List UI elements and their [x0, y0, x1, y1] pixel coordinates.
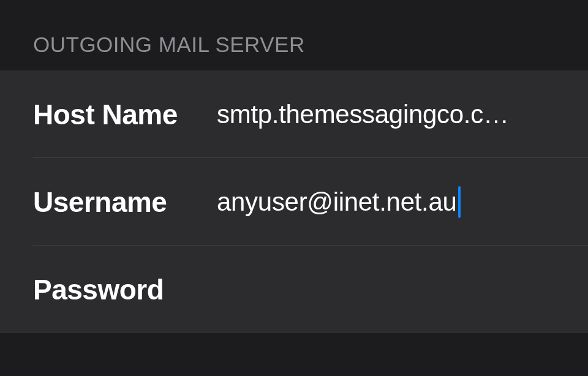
text-cursor [458, 186, 461, 218]
outgoing-mail-settings-group: Host Name Username anyuser@iinet.net.au … [0, 70, 588, 333]
password-label: Password [33, 273, 217, 306]
password-field[interactable] [217, 275, 555, 304]
password-row[interactable]: Password [0, 246, 588, 333]
username-label: Username [33, 186, 217, 219]
username-value: anyuser@iinet.net.au [217, 187, 457, 217]
host-name-field[interactable] [217, 100, 555, 129]
host-name-label: Host Name [33, 98, 217, 131]
section-header: Outgoing Mail Server [0, 0, 588, 70]
bottom-spacer [0, 333, 588, 367]
username-row[interactable]: Username anyuser@iinet.net.au [0, 158, 588, 246]
username-field[interactable]: anyuser@iinet.net.au [217, 186, 555, 218]
host-name-row[interactable]: Host Name [0, 70, 588, 158]
section-header-title: Outgoing Mail Server [33, 32, 555, 57]
